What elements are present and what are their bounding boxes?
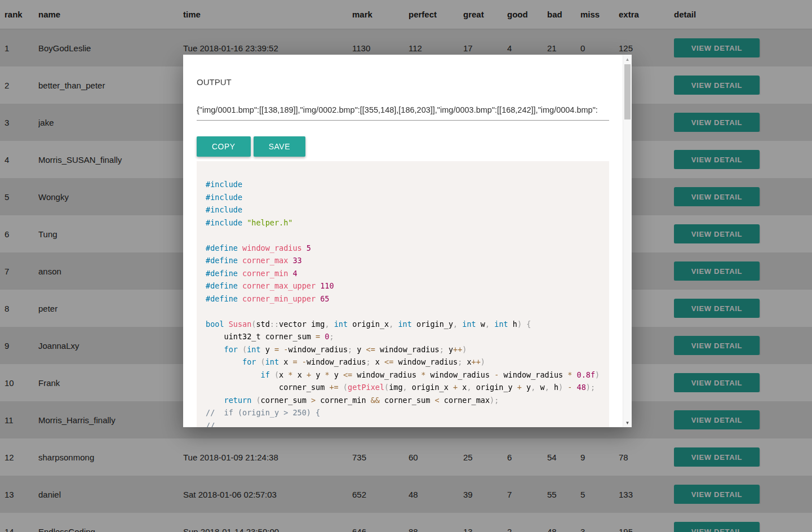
code-block: #include#include#include#include "helper… <box>197 161 609 427</box>
scrollbar-thumb[interactable] <box>624 64 631 119</box>
scrollbar-up-icon[interactable]: ▲ <box>623 55 632 64</box>
scrollbar-down-icon[interactable]: ▼ <box>623 418 632 427</box>
output-label: OUTPUT <box>197 77 609 87</box>
modal-actions: COPY SAVE <box>197 136 609 157</box>
output-value-field[interactable]: {"img/0001.bmp":[[138,189]],"img/0002.bm… <box>197 105 609 121</box>
detail-modal: OUTPUT {"img/0001.bmp":[[138,189]],"img/… <box>183 55 632 427</box>
modal-content: OUTPUT {"img/0001.bmp":[[138,189]],"img/… <box>183 55 623 427</box>
save-button[interactable]: SAVE <box>254 136 305 157</box>
copy-button[interactable]: COPY <box>197 136 251 157</box>
modal-scrollbar[interactable]: ▲ ▼ <box>623 55 632 427</box>
